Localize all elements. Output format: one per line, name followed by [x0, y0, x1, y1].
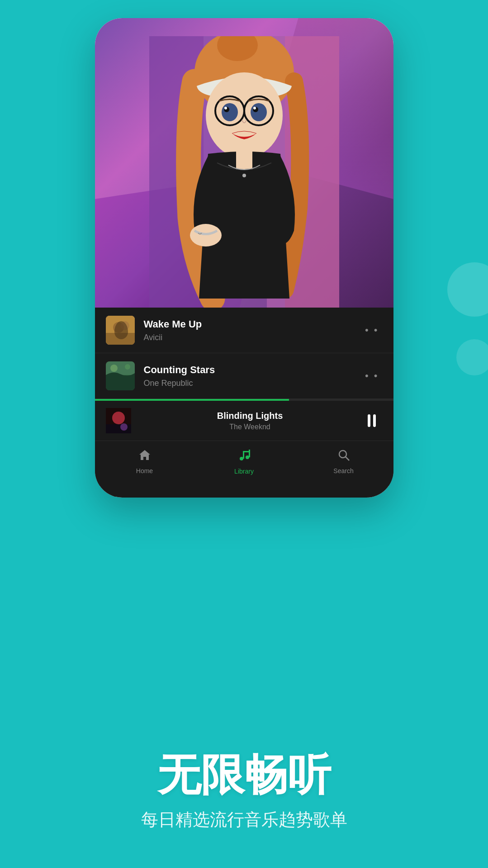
subheadline-text: 每日精选流行音乐趋势歌单 [27, 808, 461, 832]
pause-icon [368, 414, 376, 427]
nav-item-search[interactable]: Search [294, 449, 393, 474]
song-thumbnail-counting-stars [106, 361, 135, 390]
phone-mockup: ✕ ✕ ✕ [95, 18, 393, 498]
text-section: 无限畅听 每日精选流行音乐趋势歌单 [0, 751, 488, 832]
svg-point-39 [339, 451, 346, 458]
song-item-counting-stars[interactable]: Counting Stars One Republic • • [95, 353, 393, 399]
nav-item-library[interactable]: Library [194, 448, 294, 475]
now-playing-thumbnail [106, 408, 131, 433]
song-info-wake-me-up: Wake Me Up Avicii [144, 318, 361, 342]
now-playing-info: Blinding Lights The Weeknd [139, 411, 361, 431]
search-icon [337, 449, 350, 465]
svg-rect-32 [106, 424, 131, 433]
nav-label-library: Library [234, 468, 254, 475]
now-playing-title: Blinding Lights [139, 411, 361, 421]
bottom-navigation: Home Library [95, 441, 393, 486]
svg-point-28 [110, 365, 118, 372]
library-icon [237, 448, 251, 465]
svg-point-34 [240, 457, 243, 460]
pause-bar-right [373, 414, 376, 427]
svg-point-17 [224, 107, 227, 109]
pause-bar-left [368, 414, 370, 427]
now-playing-artist: The Weeknd [139, 423, 361, 431]
decorative-circle-2 [456, 339, 488, 375]
character-figure: ✕ ✕ ✕ [149, 36, 339, 308]
svg-point-23 [113, 322, 124, 333]
song-title-wake-me-up: Wake Me Up [144, 318, 361, 330]
home-icon [138, 449, 151, 465]
svg-point-24 [120, 321, 129, 330]
song-artist-wake-me-up: Avicii [144, 333, 361, 342]
svg-rect-38 [243, 451, 250, 452]
svg-point-13 [222, 103, 238, 121]
svg-rect-27 [106, 361, 135, 375]
character-svg: ✕ ✕ ✕ [149, 36, 339, 308]
song-artist-counting-stars: One Republic [144, 379, 361, 388]
song-item-wake-me-up[interactable]: Wake Me Up Avicii • • [95, 308, 393, 353]
svg-line-40 [346, 457, 349, 460]
pause-button[interactable] [361, 410, 383, 432]
svg-point-31 [112, 412, 125, 424]
song-thumbnail-wake-me-up [106, 316, 135, 345]
svg-rect-25 [106, 333, 135, 345]
svg-point-20 [242, 174, 246, 177]
now-playing-bar: Blinding Lights The Weeknd [95, 401, 393, 441]
song-list: Wake Me Up Avicii • • [95, 308, 393, 399]
more-options-wake-me-up[interactable]: • • [361, 321, 383, 340]
hero-image: ✕ ✕ ✕ [95, 18, 393, 308]
song-info-counting-stars: Counting Stars One Republic [144, 364, 361, 388]
more-options-counting-stars[interactable]: • • [361, 366, 383, 385]
song-title-counting-stars: Counting Stars [144, 364, 361, 376]
svg-rect-37 [249, 450, 250, 457]
nav-label-home: Home [136, 467, 153, 474]
music-panel: Wake Me Up Avicii • • [95, 308, 393, 498]
svg-point-29 [125, 364, 130, 370]
phone-body: ✕ ✕ ✕ [95, 18, 393, 498]
headline-text: 无限畅听 [27, 751, 461, 799]
nav-label-search: Search [333, 467, 353, 474]
nav-item-home[interactable]: Home [95, 449, 194, 474]
svg-point-33 [120, 423, 128, 431]
svg-point-18 [253, 107, 256, 109]
svg-point-35 [246, 455, 249, 459]
svg-rect-19 [236, 152, 252, 170]
svg-point-14 [251, 103, 267, 121]
